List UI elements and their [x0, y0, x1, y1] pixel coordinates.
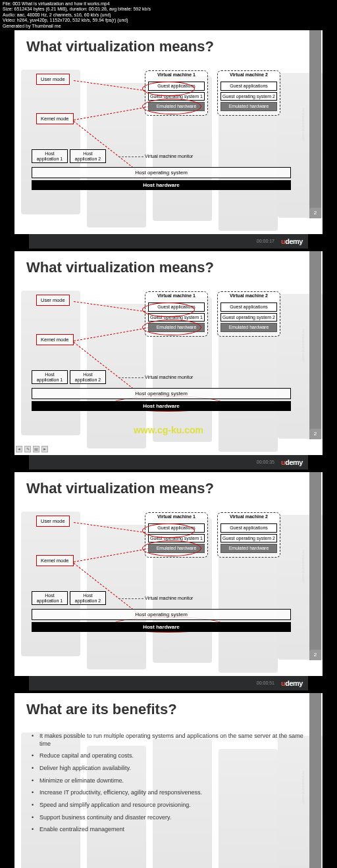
benefit-item: Speed and simplify application and resou…: [32, 802, 305, 809]
guest-apps-box: Guest applications: [148, 523, 205, 533]
udemy-logo: udemy: [281, 458, 303, 466]
vmm-label: Virtual machine monitor: [145, 375, 193, 379]
guest-apps-box: Guest applications: [148, 302, 205, 312]
thumbnail-3: What virtualization means? User mode Ker…: [0, 472, 337, 690]
host-apps-row: Host application 1 Host application 2: [32, 370, 106, 384]
slide-title: What virtualization means?: [26, 259, 311, 276]
connector-line: [74, 522, 149, 533]
host-app-1: Host application 1: [32, 370, 68, 384]
guest-apps-box: Guest applications: [220, 302, 277, 312]
benefit-item: Deliver high application availability.: [32, 765, 305, 773]
prev-icon[interactable]: ◄: [16, 446, 22, 452]
slide: What virtualization means? User mode Ker…: [14, 472, 323, 676]
vm2-container: Virtual machine 2 Guest applications Gue…: [217, 291, 280, 337]
connector-line: [74, 107, 148, 120]
guest-os2-box: Guest operating system 2: [220, 92, 277, 101]
timestamp: 00:00:51: [257, 681, 274, 685]
vm2-label: Virtual machine 2: [218, 514, 280, 519]
kernel-mode-box: Kernel mode: [36, 334, 74, 345]
slide: What virtualization means? User mode Ker…: [14, 251, 323, 455]
vm1-container: Virtual machine 1 Guest applications Gue…: [145, 291, 208, 337]
host-app-2: Host application 2: [70, 149, 106, 163]
vm2-container: Virtual machine 2 Guest applications Gue…: [217, 512, 280, 558]
virtualization-diagram: User mode Kernel mode Virtual machine 1 …: [26, 509, 311, 640]
vm1-label: Virtual machine 1: [145, 514, 207, 519]
thumbnail-1: What virtualization means? User mode Ker…: [0, 30, 337, 249]
virtualization-diagram: User mode Kernel mode Virtual machine 1 …: [26, 288, 311, 420]
guest-os1-box: Guest operating system 1: [148, 534, 205, 543]
page-number: 2: [309, 208, 321, 218]
benefit-item: Enable centralized management: [32, 826, 305, 834]
thumbnail-2: What virtualization means? User mode Ker…: [0, 251, 337, 470]
guest-os2-box: Guest operating system 2: [220, 534, 277, 543]
udemy-logo: udemy: [281, 679, 303, 687]
emulated-hw-box: Emulated hardware: [220, 323, 277, 332]
meta-line: Audio: aac, 48000 Hz, 2 channels, s16, 6…: [3, 12, 334, 18]
meta-line: File: 003 What is virtualization and how…: [3, 1, 334, 7]
guest-os1-box: Guest operating system 1: [148, 313, 205, 322]
guest-os2-box: Guest operating system 2: [220, 313, 277, 322]
emulated-hw-box: Emulated hardware: [148, 102, 205, 111]
host-apps-row: Host application 1 Host application 2: [32, 591, 106, 605]
kernel-mode-box: Kernel mode: [36, 113, 74, 124]
vm1-container: Virtual machine 1 Guest applications Gue…: [145, 70, 208, 116]
pen-icon[interactable]: ✎: [24, 446, 31, 452]
timestamp: 00:00:17: [257, 239, 274, 243]
connector-line: [74, 301, 149, 312]
udemy-logo: udemy: [281, 237, 303, 245]
host-hw-box: Host hardware: [32, 180, 291, 190]
slide-title: What virtualization means?: [26, 480, 311, 497]
vm1-container: Virtual machine 1 Guest applications Gue…: [145, 512, 208, 558]
vm2-label: Virtual machine 2: [218, 72, 280, 77]
benefit-item: Support business continuity and disaster…: [32, 814, 305, 822]
page-number: 2: [309, 650, 321, 660]
host-app-1: Host application 1: [32, 149, 68, 163]
benefit-item: Increase IT productivity, efficiency, ag…: [32, 789, 305, 797]
benefit-item: It makes possible to run multiple operat…: [32, 733, 305, 748]
guest-apps-box: Guest applications: [220, 523, 277, 533]
page-number: 2: [309, 429, 321, 439]
emulated-hw-box: Emulated hardware: [148, 544, 205, 553]
slide-title: What virtualization means?: [26, 38, 311, 55]
thumbnail-4: What are its benefits? It makes possible…: [0, 693, 337, 868]
meta-line: Size: 6512434 bytes (6.21 MiB), duration…: [3, 7, 334, 12]
connector-line: [74, 327, 148, 341]
vmm-label: Virtual machine monitor: [145, 596, 193, 600]
watermark: www.cg-ku.com: [134, 425, 203, 435]
host-app-1: Host application 1: [32, 591, 68, 605]
meta-line: Generated by Thumbnail me: [3, 24, 334, 29]
slide: What virtualization means? User mode Ker…: [14, 30, 323, 234]
user-mode-box: User mode: [36, 516, 70, 527]
guest-apps-box: Guest applications: [148, 82, 205, 91]
host-os-box: Host operating system: [32, 609, 291, 620]
vm1-label: Virtual machine 1: [145, 72, 207, 77]
host-app-2: Host application 2: [70, 591, 106, 605]
vm1-label: Virtual machine 1: [145, 293, 207, 298]
slide-toolbar[interactable]: ◄ ✎ ▤ ►: [16, 446, 48, 452]
slide-title: What are its benefits?: [26, 701, 311, 718]
next-icon[interactable]: ►: [41, 446, 48, 452]
connector-line: [74, 548, 148, 562]
user-mode-box: User mode: [36, 295, 70, 306]
file-metadata: File: 003 What is virtualization and how…: [0, 0, 337, 30]
vm2-label: Virtual machine 2: [218, 293, 280, 298]
thumbnail-footer: 00:00:17 udemy: [29, 234, 308, 249]
emulated-hw-box: Emulated hardware: [220, 102, 277, 111]
meta-line: Video: h264, yuv420p, 1152x720, 532 kb/s…: [3, 18, 334, 23]
benefit-item: Minimize or eliminate downtime.: [32, 777, 305, 785]
menu-icon[interactable]: ▤: [33, 446, 39, 452]
virtualization-diagram: User mode Kernel mode Virtual machine 1 …: [26, 67, 311, 199]
thumbnail-footer: 00:00:35 udemy: [29, 455, 308, 470]
user-mode-box: User mode: [36, 74, 70, 85]
host-os-box: Host operating system: [32, 167, 291, 178]
slide: What are its benefits? It makes possible…: [14, 693, 323, 868]
thumbnail-footer: 00:00:51 udemy: [29, 676, 308, 690]
guest-apps-box: Guest applications: [220, 82, 277, 91]
host-apps-row: Host application 1 Host application 2: [32, 149, 106, 163]
host-hw-box: Host hardware: [32, 622, 291, 632]
emulated-hw-box: Emulated hardware: [220, 544, 277, 553]
host-os-box: Host operating system: [32, 388, 291, 399]
vm2-container: Virtual machine 2 Guest applications Gue…: [217, 70, 280, 116]
connector-line: [74, 80, 149, 91]
benefits-list: It makes possible to run multiple operat…: [26, 733, 311, 834]
